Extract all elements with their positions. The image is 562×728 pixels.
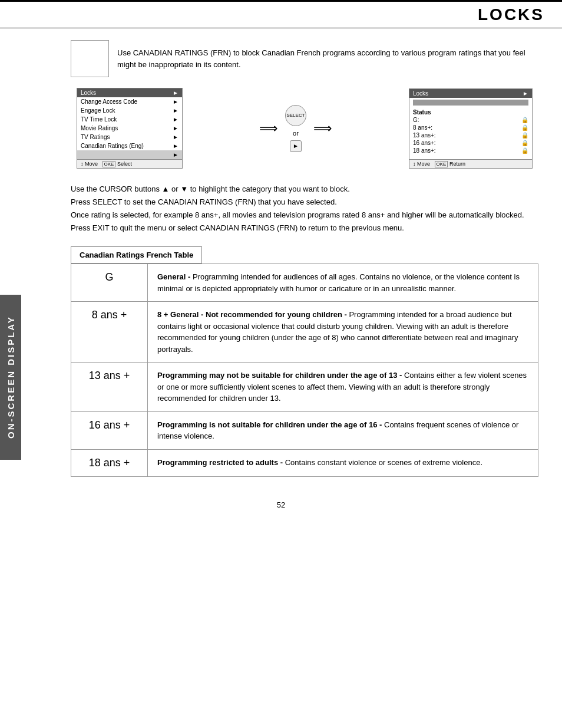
page-title: LOCKS: [478, 5, 544, 24]
rating-row-13: 13 ans+:🔒: [409, 131, 532, 139]
menu-item-engage-lock: Engage Lock►: [77, 106, 182, 115]
select-button-diagram: SELECT: [285, 105, 306, 126]
menu-item-movie-ratings: Movie Ratings►: [77, 124, 182, 133]
left-menu: Locks ► Change Access Code► Engage Lock►…: [77, 88, 183, 169]
table-row-13: 13 ans + Programming may not be suitable…: [71, 363, 538, 412]
right-menu-title: Locks: [413, 90, 428, 97]
rating-row-16: 16 ans+:🔒: [409, 139, 532, 147]
arrow-section: SELECT or ►: [285, 105, 306, 152]
menu-item-selected: ►: [77, 150, 182, 159]
rating-row-18: 18 ans+:🔒: [409, 147, 532, 154]
rating-label-8: 8 ans +: [71, 302, 148, 363]
table-row-18: 18 ans + Programming restricted to adult…: [71, 449, 538, 476]
rating-desc-16: Programming is not suitable for children…: [148, 411, 538, 449]
rating-desc-18: Programming restricted to adults - Conta…: [148, 449, 538, 476]
instruction-1: Use the CURSOR buttons ▲ or ▼ to highlig…: [71, 183, 538, 196]
main-content: Use CANADIAN RATINGS (FRN) to block Cana…: [0, 28, 562, 489]
rating-desc-13: Programming may not be suitable for chil…: [148, 363, 538, 412]
left-menu-titlebar: Locks ►: [77, 88, 182, 97]
diagram-area: Locks ► Change Access Code► Engage Lock►…: [71, 88, 538, 169]
menu-item-tv-time-lock: TV Time Lock►: [77, 115, 182, 124]
lock-icon-16: 🔒: [521, 140, 528, 146]
lock-icon-8: 🔒: [521, 124, 528, 131]
table-row-16: 16 ans + Programming is not suitable for…: [71, 411, 538, 449]
menu-item-change-access: Change Access Code►: [77, 97, 182, 106]
menu-item-tv-ratings: TV Ratings►: [77, 133, 182, 141]
rating-row-g: G:🔒: [409, 116, 532, 124]
instructions-section: Use the CURSOR buttons ▲ or ▼ to highlig…: [71, 183, 538, 235]
rating-label-16: 16 ans +: [71, 411, 148, 449]
lock-icon-18: 🔒: [521, 147, 528, 154]
header-bar: LOCKS: [0, 0, 562, 28]
play-button-diagram: ►: [290, 140, 302, 152]
left-menu-title: Locks: [81, 90, 96, 96]
instruction-4: Press EXIT to quit the menu or select CA…: [71, 222, 538, 235]
rating-label-g: G: [71, 264, 148, 302]
right-menu: Locks ► Status G:🔒 8 ans+:🔒 13 ans+:🔒 16…: [409, 88, 533, 169]
lock-icon-g: 🔒: [521, 117, 528, 123]
table-header-label: Canadian Ratings French Table: [71, 246, 202, 263]
right-menu-arrow: ►: [523, 90, 528, 97]
rating-desc-8: 8 + General - Not recommended for young …: [148, 302, 538, 363]
table-row-8: 8 ans + 8 + General - Not recommended fo…: [71, 302, 538, 363]
right-menu-statusbar: [413, 100, 528, 106]
instruction-3: Once rating is selected, for example 8 a…: [71, 209, 538, 222]
table-row-g: G General - Programming intended for aud…: [71, 264, 538, 302]
rating-label-13: 13 ans +: [71, 363, 148, 412]
lock-icon-13: 🔒: [521, 132, 528, 139]
side-label: ON-SCREEN DISPLAY: [0, 295, 21, 460]
rating-row-8: 8 ans+:🔒: [409, 124, 532, 131]
or-label: or: [293, 130, 299, 137]
left-menu-footer: ↕ Move OKE Select: [77, 159, 182, 168]
right-menu-footer: ↕ Move OKE Return: [409, 159, 532, 168]
right-menu-status-label: Status: [409, 107, 532, 116]
right-arrow-1: ⟹: [259, 121, 278, 136]
page-number: 52: [0, 500, 562, 515]
rating-label-18: 18 ans +: [71, 449, 148, 476]
left-menu-arrow: ►: [173, 90, 178, 96]
intro-section: Use CANADIAN RATINGS (FRN) to block Cana…: [71, 40, 538, 77]
diagram-arrows: ⟹ SELECT or ► ⟹: [254, 105, 337, 152]
menu-item-canadian-ratings-eng: Canadian Ratings (Eng)►: [77, 141, 182, 150]
ratings-table: G General - Programming intended for aud…: [71, 263, 538, 477]
rating-desc-g: General - Programming intended for audie…: [148, 264, 538, 302]
intro-text: Use CANADIAN RATINGS (FRN) to block Cana…: [109, 40, 538, 77]
right-arrow-2: ⟹: [313, 121, 332, 136]
instruction-2: Press SELECT to set the CANADIAN RATINGS…: [71, 196, 538, 209]
right-menu-titlebar: Locks ►: [409, 89, 532, 98]
intro-box: [71, 40, 109, 77]
